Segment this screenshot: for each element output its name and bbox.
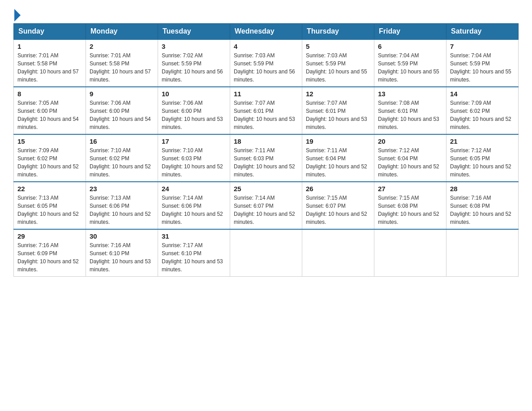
weekday-header-sunday: Sunday [14,24,86,40]
day-number: 9 [90,90,154,98]
calendar-cell: 23Sunrise: 7:13 AMSunset: 6:06 PMDayligh… [86,182,158,229]
calendar-cell: 25Sunrise: 7:14 AMSunset: 6:07 PMDayligh… [230,182,302,229]
calendar-cell: 27Sunrise: 7:15 AMSunset: 6:08 PMDayligh… [374,182,446,229]
day-info: Sunrise: 7:15 AMSunset: 6:07 PMDaylight:… [306,194,370,226]
calendar-week-row: 15Sunrise: 7:09 AMSunset: 6:02 PMDayligh… [14,134,519,182]
calendar-week-row: 1Sunrise: 7:01 AMSunset: 5:58 PMDaylight… [14,39,519,87]
day-info: Sunrise: 7:09 AMSunset: 6:02 PMDaylight:… [450,99,515,131]
calendar-cell [374,229,446,277]
calendar-cell: 30Sunrise: 7:16 AMSunset: 6:10 PMDayligh… [86,229,158,277]
calendar-cell: 15Sunrise: 7:09 AMSunset: 6:02 PMDayligh… [14,134,86,182]
calendar-cell: 3Sunrise: 7:02 AMSunset: 5:59 PMDaylight… [158,39,230,87]
day-info: Sunrise: 7:05 AMSunset: 6:00 PMDaylight:… [17,99,82,131]
calendar-header-row: SundayMondayTuesdayWednesdayThursdayFrid… [14,24,519,40]
calendar-cell: 24Sunrise: 7:14 AMSunset: 6:06 PMDayligh… [158,182,230,229]
calendar-table: SundayMondayTuesdayWednesdayThursdayFrid… [13,23,519,277]
day-number: 3 [162,43,226,50]
day-number: 1 [17,43,82,50]
day-info: Sunrise: 7:04 AMSunset: 5:59 PMDaylight:… [378,51,442,84]
day-number: 22 [17,185,82,193]
day-number: 31 [162,232,226,240]
day-number: 12 [306,90,370,98]
day-info: Sunrise: 7:06 AMSunset: 6:00 PMDaylight:… [90,99,154,131]
day-info: Sunrise: 7:01 AMSunset: 5:58 PMDaylight:… [17,51,82,84]
calendar-cell: 12Sunrise: 7:07 AMSunset: 6:01 PMDayligh… [302,87,374,134]
calendar-cell: 16Sunrise: 7:10 AMSunset: 6:02 PMDayligh… [86,134,158,182]
day-info: Sunrise: 7:06 AMSunset: 6:00 PMDaylight:… [162,99,226,131]
day-info: Sunrise: 7:16 AMSunset: 6:09 PMDaylight:… [17,241,82,274]
day-info: Sunrise: 7:13 AMSunset: 6:06 PMDaylight:… [90,194,154,226]
calendar-cell: 14Sunrise: 7:09 AMSunset: 6:02 PMDayligh… [446,87,519,134]
day-info: Sunrise: 7:16 AMSunset: 6:08 PMDaylight:… [450,194,515,226]
logo [13,9,21,19]
calendar-cell: 7Sunrise: 7:04 AMSunset: 5:59 PMDaylight… [446,39,519,87]
day-number: 25 [234,185,298,193]
weekday-header-wednesday: Wednesday [230,24,302,40]
day-number: 29 [17,232,82,240]
calendar-cell [446,229,519,277]
calendar-cell: 17Sunrise: 7:10 AMSunset: 6:03 PMDayligh… [158,134,230,182]
day-info: Sunrise: 7:03 AMSunset: 5:59 PMDaylight:… [306,51,370,84]
calendar-cell: 5Sunrise: 7:03 AMSunset: 5:59 PMDaylight… [302,39,374,87]
calendar-week-row: 29Sunrise: 7:16 AMSunset: 6:09 PMDayligh… [14,229,519,277]
day-number: 4 [234,43,298,50]
day-number: 15 [17,137,82,145]
day-info: Sunrise: 7:11 AMSunset: 6:04 PMDaylight:… [306,146,370,179]
day-info: Sunrise: 7:03 AMSunset: 5:59 PMDaylight:… [234,51,298,84]
day-number: 18 [234,137,298,145]
calendar-cell: 4Sunrise: 7:03 AMSunset: 5:59 PMDaylight… [230,39,302,87]
calendar-cell [302,229,374,277]
weekday-header-monday: Monday [86,24,158,40]
calendar-cell: 28Sunrise: 7:16 AMSunset: 6:08 PMDayligh… [446,182,519,229]
day-info: Sunrise: 7:09 AMSunset: 6:02 PMDaylight:… [17,146,82,179]
calendar-week-row: 8Sunrise: 7:05 AMSunset: 6:00 PMDaylight… [14,87,519,134]
calendar-cell: 9Sunrise: 7:06 AMSunset: 6:00 PMDaylight… [86,87,158,134]
day-number: 19 [306,137,370,145]
day-number: 26 [306,185,370,193]
day-number: 6 [378,43,442,50]
calendar-week-row: 22Sunrise: 7:13 AMSunset: 6:05 PMDayligh… [14,182,519,229]
calendar-cell: 11Sunrise: 7:07 AMSunset: 6:01 PMDayligh… [230,87,302,134]
calendar-cell: 18Sunrise: 7:11 AMSunset: 6:03 PMDayligh… [230,134,302,182]
day-info: Sunrise: 7:10 AMSunset: 6:02 PMDaylight:… [90,146,154,179]
calendar-cell: 19Sunrise: 7:11 AMSunset: 6:04 PMDayligh… [302,134,374,182]
weekday-header-tuesday: Tuesday [158,24,230,40]
calendar-cell: 2Sunrise: 7:01 AMSunset: 5:58 PMDaylight… [86,39,158,87]
day-info: Sunrise: 7:12 AMSunset: 6:05 PMDaylight:… [450,146,515,179]
day-info: Sunrise: 7:07 AMSunset: 6:01 PMDaylight:… [306,99,370,131]
day-info: Sunrise: 7:07 AMSunset: 6:01 PMDaylight:… [234,99,298,131]
day-number: 24 [162,185,226,193]
day-info: Sunrise: 7:14 AMSunset: 6:07 PMDaylight:… [234,194,298,226]
day-number: 16 [90,137,154,145]
day-number: 23 [90,185,154,193]
day-number: 11 [234,90,298,98]
day-number: 21 [450,137,515,145]
day-info: Sunrise: 7:14 AMSunset: 6:06 PMDaylight:… [162,194,226,226]
weekday-header-friday: Friday [374,24,446,40]
logo-arrow-icon [14,9,21,21]
day-info: Sunrise: 7:01 AMSunset: 5:58 PMDaylight:… [90,51,154,84]
calendar-cell: 8Sunrise: 7:05 AMSunset: 6:00 PMDaylight… [14,87,86,134]
day-info: Sunrise: 7:11 AMSunset: 6:03 PMDaylight:… [234,146,298,179]
day-info: Sunrise: 7:10 AMSunset: 6:03 PMDaylight:… [162,146,226,179]
day-info: Sunrise: 7:16 AMSunset: 6:10 PMDaylight:… [90,241,154,274]
calendar-cell [230,229,302,277]
weekday-header-thursday: Thursday [302,24,374,40]
calendar-cell: 1Sunrise: 7:01 AMSunset: 5:58 PMDaylight… [14,39,86,87]
day-info: Sunrise: 7:02 AMSunset: 5:59 PMDaylight:… [162,51,226,84]
day-number: 14 [450,90,515,98]
calendar-cell: 6Sunrise: 7:04 AMSunset: 5:59 PMDaylight… [374,39,446,87]
day-number: 7 [450,43,515,50]
day-info: Sunrise: 7:04 AMSunset: 5:59 PMDaylight:… [450,51,515,84]
calendar-cell: 31Sunrise: 7:17 AMSunset: 6:10 PMDayligh… [158,229,230,277]
day-info: Sunrise: 7:15 AMSunset: 6:08 PMDaylight:… [378,194,442,226]
day-number: 20 [378,137,442,145]
day-info: Sunrise: 7:08 AMSunset: 6:01 PMDaylight:… [378,99,442,131]
calendar-cell: 26Sunrise: 7:15 AMSunset: 6:07 PMDayligh… [302,182,374,229]
day-number: 10 [162,90,226,98]
day-number: 2 [90,43,154,50]
page-header [13,9,519,19]
calendar-cell: 20Sunrise: 7:12 AMSunset: 6:04 PMDayligh… [374,134,446,182]
day-number: 8 [17,90,82,98]
calendar-cell: 21Sunrise: 7:12 AMSunset: 6:05 PMDayligh… [446,134,519,182]
